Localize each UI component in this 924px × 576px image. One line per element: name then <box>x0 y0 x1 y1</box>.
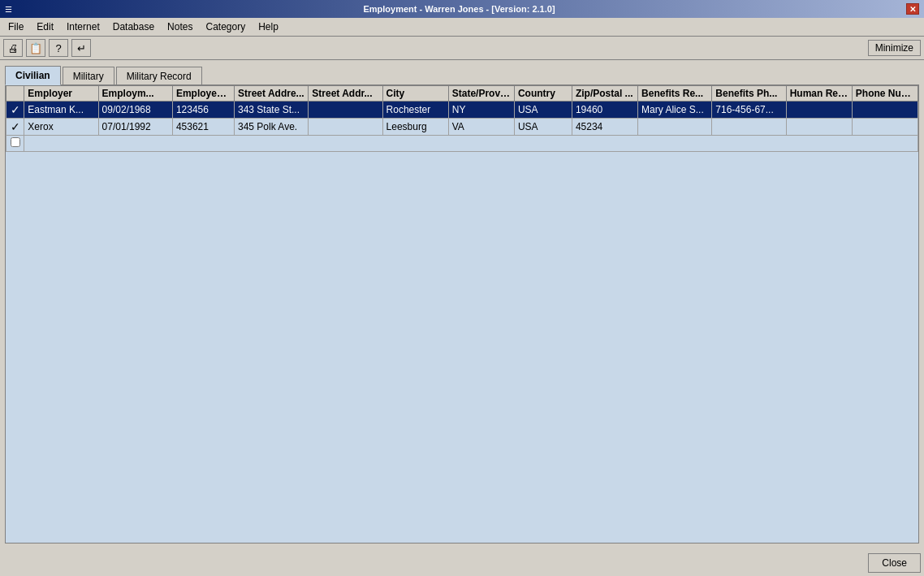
col-header-benefits-re: Benefits Re... <box>638 86 712 102</box>
title-bar: ☰ Employment - Warren Jones - [Version: … <box>0 0 924 18</box>
print-preview-button[interactable]: 📋 <box>26 39 45 57</box>
row1-zip: 19460 <box>572 102 637 119</box>
minimize-button[interactable]: Minimize <box>868 40 921 56</box>
row2-country: USA <box>514 119 572 136</box>
row1-country: USA <box>514 102 572 119</box>
row2-benefits-re <box>638 119 712 136</box>
row1-human-res <box>786 102 852 119</box>
col-header-zip: Zip/Postal ... <box>572 86 637 102</box>
row2-state: VA <box>448 119 514 136</box>
row1-employer: Eastman K... <box>24 102 98 119</box>
row2-zip: 45234 <box>572 119 637 136</box>
row1-check: ✓ <box>6 102 24 119</box>
row2-human-res <box>786 119 852 136</box>
employment-table-container: Employer Employm... Employee N... Street… <box>5 84 919 544</box>
checkmark-icon: ✓ <box>11 120 20 133</box>
table-row-empty[interactable] <box>6 136 918 152</box>
row2-check: ✓ <box>6 119 24 136</box>
back-icon: ↵ <box>77 42 86 54</box>
menu-internet[interactable]: Internet <box>62 19 105 34</box>
col-header-country: Country <box>514 86 572 102</box>
menu-bar: File Edit Internet Database Notes Catego… <box>0 18 924 37</box>
tab-military-record[interactable]: Military Record <box>116 67 202 85</box>
row1-benefits-ph: 716-456-67... <box>712 102 786 119</box>
tabs: Civilian Military Military Record <box>5 65 919 84</box>
row3-checkbox[interactable] <box>11 137 20 147</box>
col-header-benefits-ph: Benefits Ph... <box>712 86 786 102</box>
row1-employee-num: 123456 <box>172 102 234 119</box>
row2-benefits-ph <box>712 119 786 136</box>
col-header-street2: Street Addr... <box>309 86 382 102</box>
row3-empty <box>24 136 918 152</box>
window-icon: ☰ <box>5 5 12 14</box>
footer: Close <box>0 548 924 576</box>
row1-phone <box>852 102 918 119</box>
table-row[interactable]: ✓ Eastman K... 09/02/1968 123456 343 Sta… <box>6 102 918 119</box>
col-header-employee-num: Employee N... <box>172 86 234 102</box>
table-header: Employer Employm... Employee N... Street… <box>6 86 918 102</box>
row2-street2 <box>309 119 382 136</box>
row2-employment-date: 07/01/1992 <box>98 119 172 136</box>
menu-category[interactable]: Category <box>201 19 250 34</box>
help-button[interactable]: ? <box>49 39 68 57</box>
menu-edit[interactable]: Edit <box>32 19 58 34</box>
print-button[interactable]: 🖨 <box>3 39 23 57</box>
col-header-human-res: Human Res... <box>786 86 852 102</box>
col-header-employer: Employer <box>24 86 98 102</box>
employment-table: Employer Employm... Employee N... Street… <box>6 85 918 152</box>
checkmark-icon: ✓ <box>11 103 20 116</box>
tab-civilian[interactable]: Civilian <box>5 66 61 85</box>
menu-database[interactable]: Database <box>108 19 159 34</box>
row2-street1: 345 Polk Ave. <box>234 119 308 136</box>
row1-state: NY <box>448 102 514 119</box>
row1-employment-date: 09/02/1968 <box>98 102 172 119</box>
print-icon: 🖨 <box>8 42 19 54</box>
close-button[interactable]: Close <box>868 553 921 573</box>
menu-help[interactable]: Help <box>253 19 283 34</box>
row2-city: Leesburg <box>382 119 448 136</box>
menu-file[interactable]: File <box>3 19 28 34</box>
title-bar-controls: ✕ <box>906 3 919 15</box>
col-header-state: State/Provin... <box>448 86 514 102</box>
row2-employer: Xerox <box>24 119 98 136</box>
window-close-button[interactable]: ✕ <box>906 3 919 15</box>
table-row[interactable]: ✓ Xerox 07/01/1992 453621 345 Polk Ave. … <box>6 119 918 136</box>
tab-military[interactable]: Military <box>63 67 114 85</box>
main-content: Civilian Military Military Record Employ… <box>0 60 924 548</box>
col-header-employment-date: Employm... <box>98 86 172 102</box>
row1-street1: 343 State St... <box>234 102 308 119</box>
col-header-check <box>6 86 24 102</box>
table-body: ✓ Eastman K... 09/02/1968 123456 343 Sta… <box>6 102 918 152</box>
row1-city: Rochester <box>382 102 448 119</box>
toolbar: 🖨 📋 ? ↵ Minimize <box>0 37 924 60</box>
row1-street2 <box>309 102 382 119</box>
help-icon: ? <box>55 42 61 54</box>
back-button[interactable]: ↵ <box>71 39 91 57</box>
row2-phone <box>852 119 918 136</box>
window-title: Employment - Warren Jones - [Version: 2.… <box>12 4 906 14</box>
menu-notes[interactable]: Notes <box>162 19 197 34</box>
row2-employee-num: 453621 <box>172 119 234 136</box>
print-preview-icon: 📋 <box>29 42 42 54</box>
col-header-city: City <box>382 86 448 102</box>
col-header-phone: Phone Num... <box>852 86 918 102</box>
row1-benefits-re: Mary Alice S... <box>638 102 712 119</box>
row3-check <box>6 136 24 152</box>
col-header-street1: Street Addre... <box>234 86 308 102</box>
